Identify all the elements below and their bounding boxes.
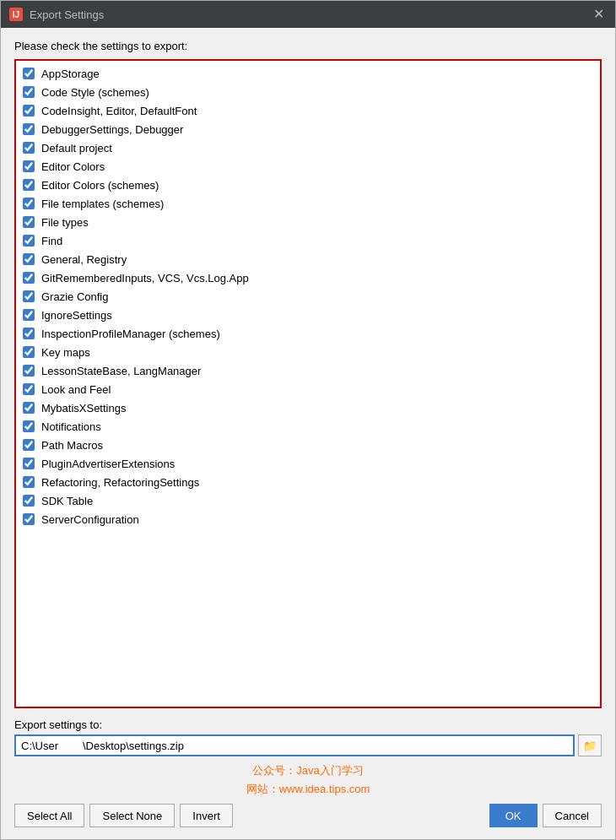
export-to-label: Export settings to:: [14, 718, 602, 731]
list-item[interactable]: Code Style (schemes): [16, 83, 600, 101]
select-none-button[interactable]: Select None: [89, 804, 175, 827]
setting-label: Find: [41, 235, 62, 247]
setting-checkbox[interactable]: [23, 458, 35, 469]
setting-checkbox[interactable]: [23, 160, 35, 172]
setting-checkbox[interactable]: [23, 513, 35, 525]
ok-button[interactable]: OK: [489, 804, 538, 827]
setting-label: MybatisXSettings: [41, 402, 126, 415]
list-item[interactable]: File templates (schemes): [16, 194, 600, 213]
setting-checkbox[interactable]: [23, 105, 35, 117]
setting-checkbox[interactable]: [23, 123, 35, 135]
export-to-section: Export settings to: 📁: [14, 718, 602, 756]
setting-checkbox[interactable]: [23, 309, 35, 321]
setting-checkbox[interactable]: [23, 495, 35, 507]
list-item[interactable]: Key maps: [16, 343, 600, 361]
list-item[interactable]: DebuggerSettings, Debugger: [16, 120, 600, 138]
setting-checkbox[interactable]: [23, 420, 35, 432]
setting-checkbox[interactable]: [23, 216, 35, 228]
setting-label: Editor Colors: [41, 160, 105, 173]
folder-icon: 📁: [583, 740, 597, 752]
browse-button[interactable]: 📁: [578, 734, 602, 756]
setting-checkbox[interactable]: [23, 402, 35, 414]
settings-list-container: AppStorageCode Style (schemes)CodeInsigh…: [14, 59, 602, 708]
setting-label: CodeInsight, Editor, DefaultFont: [41, 105, 197, 117]
list-item[interactable]: IgnoreSettings: [16, 306, 600, 324]
list-item[interactable]: Notifications: [16, 417, 600, 436]
export-settings-dialog: IJ Export Settings ✕ Please check the se…: [0, 0, 616, 840]
setting-checkbox[interactable]: [23, 290, 35, 302]
setting-checkbox[interactable]: [23, 328, 35, 339]
setting-checkbox[interactable]: [23, 142, 35, 154]
setting-label: Default project: [41, 142, 112, 154]
setting-label: Look and Feel: [41, 383, 111, 396]
setting-label: File templates (schemes): [41, 198, 164, 210]
list-item[interactable]: Look and Feel: [16, 380, 600, 398]
list-item[interactable]: Find: [16, 231, 600, 250]
setting-label: SDK Table: [41, 495, 93, 507]
setting-label: Key maps: [41, 346, 90, 359]
button-row: Select All Select None Invert OK Cancel: [14, 804, 602, 831]
setting-label: LessonStateBase, LangManager: [41, 365, 201, 377]
setting-checkbox[interactable]: [23, 68, 35, 79]
setting-checkbox[interactable]: [23, 346, 35, 358]
list-item[interactable]: Editor Colors: [16, 157, 600, 176]
watermark-line1: 公众号：Java入门学习: [14, 763, 602, 778]
setting-label: InspectionProfileManager (schemes): [41, 328, 220, 340]
setting-checkbox[interactable]: [23, 253, 35, 265]
title-bar: IJ Export Settings ✕: [1, 1, 615, 28]
setting-checkbox[interactable]: [23, 198, 35, 209]
dialog-body: Please check the settings to export: App…: [1, 28, 615, 839]
setting-checkbox[interactable]: [23, 365, 35, 377]
invert-button[interactable]: Invert: [180, 804, 233, 827]
setting-label: File types: [41, 216, 89, 229]
setting-label: PluginAdvertiserExtensions: [41, 458, 175, 470]
list-item[interactable]: GitRememberedInputs, VCS, Vcs.Log.App: [16, 268, 600, 287]
list-item[interactable]: Editor Colors (schemes): [16, 176, 600, 194]
settings-list: AppStorageCode Style (schemes)CodeInsigh…: [16, 61, 600, 532]
list-item[interactable]: File types: [16, 213, 600, 231]
setting-label: Path Macros: [41, 439, 103, 452]
dialog-title: Export Settings: [30, 8, 104, 21]
setting-checkbox[interactable]: [23, 476, 35, 488]
cancel-button[interactable]: Cancel: [543, 804, 602, 827]
setting-checkbox[interactable]: [23, 179, 35, 191]
close-button[interactable]: ✕: [590, 6, 607, 23]
setting-label: Grazie Config: [41, 290, 108, 303]
list-item[interactable]: CodeInsight, Editor, DefaultFont: [16, 101, 600, 120]
list-item[interactable]: MybatisXSettings: [16, 398, 600, 417]
setting-checkbox[interactable]: [23, 439, 35, 451]
list-item[interactable]: General, Registry: [16, 250, 600, 268]
setting-label: AppStorage: [41, 68, 100, 80]
list-item[interactable]: Grazie Config: [16, 287, 600, 306]
list-item[interactable]: Default project: [16, 138, 600, 157]
export-path-row: 📁: [14, 734, 602, 756]
list-item[interactable]: AppStorage: [16, 64, 600, 83]
select-all-button[interactable]: Select All: [14, 804, 84, 827]
setting-label: IgnoreSettings: [41, 309, 112, 322]
setting-checkbox[interactable]: [23, 86, 35, 98]
setting-label: Code Style (schemes): [41, 86, 149, 99]
setting-label: General, Registry: [41, 253, 127, 266]
setting-checkbox[interactable]: [23, 383, 35, 395]
setting-label: DebuggerSettings, Debugger: [41, 123, 183, 136]
export-path-input[interactable]: [14, 734, 575, 756]
list-item[interactable]: Path Macros: [16, 436, 600, 454]
title-bar-left: IJ Export Settings: [9, 8, 104, 21]
list-item[interactable]: InspectionProfileManager (schemes): [16, 324, 600, 343]
list-item[interactable]: Refactoring, RefactoringSettings: [16, 473, 600, 491]
watermark-line2: 网站：www.idea.tips.com: [14, 782, 602, 797]
setting-label: ServerConfiguration: [41, 513, 139, 526]
list-item[interactable]: LessonStateBase, LangManager: [16, 361, 600, 380]
list-item[interactable]: SDK Table: [16, 491, 600, 510]
app-icon: IJ: [9, 8, 23, 21]
list-item[interactable]: ServerConfiguration: [16, 510, 600, 528]
setting-label: Refactoring, RefactoringSettings: [41, 476, 199, 489]
instruction-text: Please check the settings to export:: [14, 40, 602, 52]
setting-checkbox[interactable]: [23, 272, 35, 284]
setting-label: Notifications: [41, 420, 101, 433]
setting-label: GitRememberedInputs, VCS, Vcs.Log.App: [41, 272, 249, 285]
setting-label: Editor Colors (schemes): [41, 179, 159, 192]
list-item[interactable]: PluginAdvertiserExtensions: [16, 454, 600, 473]
setting-checkbox[interactable]: [23, 235, 35, 247]
